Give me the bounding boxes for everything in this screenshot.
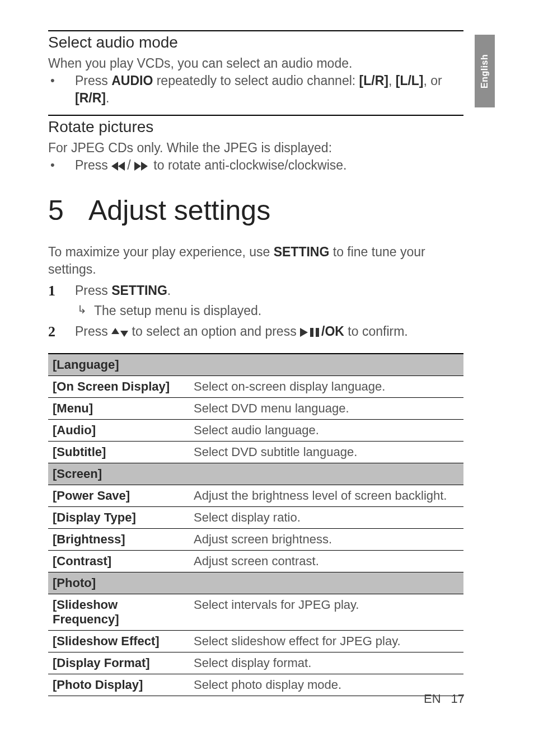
- setting-label: [Power Save]: [48, 485, 189, 507]
- text: /: [127, 158, 130, 172]
- text: ,: [388, 73, 396, 88]
- ok-label: /OK: [321, 324, 344, 339]
- table-row: [Subtitle]Select DVD subtitle language.: [48, 442, 463, 463]
- setting-description: Select audio language.: [189, 420, 463, 442]
- step-number: 2: [48, 321, 55, 342]
- footer-lang: EN: [424, 692, 441, 706]
- section1-bullet: Press AUDIO repeatedly to select audio c…: [48, 72, 463, 107]
- setting-description: Select intervals for JPEG play.: [189, 594, 463, 631]
- table-row: [Menu]Select DVD menu language.: [48, 398, 463, 420]
- svg-rect-7: [310, 328, 313, 337]
- section2-bullet: Press / to rotate anti-clockwise/clockwi…: [48, 157, 463, 174]
- section1-intro: When you play VCDs, you can select an au…: [48, 55, 463, 72]
- table-row: [On Screen Display]Select on-screen disp…: [48, 376, 463, 398]
- step-1-result: The setup menu is displayed.: [75, 302, 463, 320]
- svg-marker-5: [120, 331, 128, 337]
- opt-rr: [R/R]: [75, 91, 106, 105]
- setting-label: [On Screen Display]: [48, 376, 189, 398]
- svg-marker-0: [118, 162, 125, 171]
- chapter-number: 5: [48, 194, 88, 227]
- table-section-header: [Screen]: [48, 463, 463, 485]
- chapter-heading: 5Adjust settings: [48, 194, 463, 227]
- table-row: [Display Type]Select display ratio.: [48, 507, 463, 529]
- text: , or: [424, 73, 442, 88]
- text: Press: [75, 283, 111, 298]
- setting-label: [Audio]: [48, 420, 189, 442]
- chapter-intro: To maximize your play experience, use SE…: [48, 243, 463, 278]
- setting-label: [Display Type]: [48, 507, 189, 529]
- setting-description: Select slideshow effect for JPEG play.: [189, 631, 463, 652]
- section-label: [Language]: [48, 354, 463, 376]
- divider: [48, 30, 463, 31]
- up-down-icon: [111, 327, 128, 337]
- opt-lr: [L/R]: [359, 73, 388, 88]
- table-row: [Display Format]Select display format.: [48, 652, 463, 674]
- heading-rotate-pictures: Rotate pictures: [48, 118, 463, 136]
- text: to select an option and press: [128, 324, 300, 339]
- setting-description: Select display format.: [189, 652, 463, 674]
- setting-description: Select DVD menu language.: [189, 398, 463, 420]
- setting-description: Select on-screen display language.: [189, 376, 463, 398]
- language-side-tab: English: [475, 35, 495, 107]
- setting-label: [Contrast]: [48, 551, 189, 572]
- setting-description: Select display ratio.: [189, 507, 463, 529]
- fast-forward-icon: [134, 161, 150, 171]
- key-setting: SETTING: [111, 283, 167, 298]
- setting-description: Adjust screen contrast.: [189, 551, 463, 572]
- table-row: [Brightness]Adjust screen brightness.: [48, 529, 463, 551]
- table-section-header: [Language]: [48, 354, 463, 376]
- setting-label: [Brightness]: [48, 529, 189, 551]
- step-1: 1 Press SETTING. The setup menu is displ…: [48, 281, 463, 320]
- setting-description: Adjust the brightness level of screen ba…: [189, 485, 463, 507]
- key-audio: AUDIO: [111, 73, 153, 88]
- setting-description: Select DVD subtitle language.: [189, 442, 463, 463]
- text: .: [106, 91, 109, 105]
- table-row: [Slideshow Frequency]Select intervals fo…: [48, 594, 463, 631]
- svg-marker-2: [134, 162, 141, 171]
- step-2: 2 Press to select an option and press /O…: [48, 322, 463, 341]
- setting-label: [Subtitle]: [48, 442, 189, 463]
- page-footer: EN17: [0, 692, 534, 706]
- text: repeatedly to select audio channel:: [153, 73, 359, 88]
- table-row: [Slideshow Effect]Select slideshow effec…: [48, 631, 463, 652]
- text: To maximize your play experience, use: [48, 245, 274, 259]
- setting-label: [Menu]: [48, 398, 189, 420]
- svg-marker-4: [111, 328, 119, 334]
- setting-label: [Slideshow Effect]: [48, 631, 189, 652]
- page-content: Select audio mode When you play VCDs, yo…: [48, 30, 463, 696]
- heading-select-audio-mode: Select audio mode: [48, 34, 463, 51]
- text: Press: [75, 324, 111, 339]
- step-number: 1: [48, 280, 55, 302]
- svg-marker-3: [141, 162, 148, 171]
- text: to confirm.: [344, 324, 408, 339]
- table-row: [Contrast]Adjust screen contrast.: [48, 551, 463, 572]
- table-row: [Power Save]Adjust the brightness level …: [48, 485, 463, 507]
- text: Press: [75, 158, 111, 172]
- svg-marker-6: [300, 328, 308, 337]
- play-pause-icon: [300, 327, 321, 337]
- text: Press: [75, 73, 111, 88]
- opt-ll: [L/L]: [396, 73, 424, 88]
- settings-table: [Language][On Screen Display]Select on-s…: [48, 353, 463, 696]
- text: .: [167, 283, 171, 298]
- setting-label: [Display Format]: [48, 652, 189, 674]
- text: to rotate anti-clockwise/clockwise.: [150, 158, 347, 172]
- table-row: [Audio]Select audio language.: [48, 420, 463, 442]
- divider: [48, 115, 463, 116]
- table-section-header: [Photo]: [48, 572, 463, 594]
- key-setting: SETTING: [274, 245, 330, 259]
- setting-description: Adjust screen brightness.: [189, 529, 463, 551]
- setting-label: [Slideshow Frequency]: [48, 594, 189, 631]
- section-label: [Screen]: [48, 463, 463, 485]
- svg-rect-8: [316, 328, 319, 337]
- section-label: [Photo]: [48, 572, 463, 594]
- footer-page-number: 17: [451, 692, 465, 706]
- rewind-icon: [111, 161, 127, 171]
- svg-marker-1: [111, 162, 118, 171]
- section2-intro: For JPEG CDs only. While the JPEG is dis…: [48, 139, 463, 157]
- chapter-title: Adjust settings: [88, 195, 270, 226]
